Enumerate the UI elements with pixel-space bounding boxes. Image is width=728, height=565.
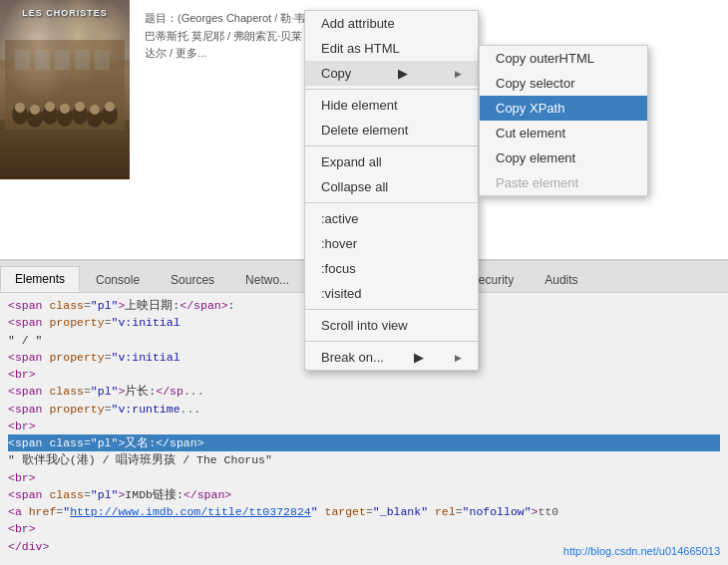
- menu-item-hide-element[interactable]: Hide element: [305, 93, 478, 118]
- menu-item-hover[interactable]: :hover: [305, 231, 478, 256]
- submenu: Copy outerHTML Copy selector Copy XPath …: [479, 45, 648, 196]
- separator-4: [305, 309, 478, 310]
- menu-item-focus[interactable]: :focus: [305, 256, 478, 281]
- submenu-arrow-icon: ▶: [398, 66, 408, 81]
- code-line-8: <br>: [8, 418, 720, 434]
- tab-network[interactable]: Netwo...: [230, 267, 304, 292]
- svg-point-21: [105, 102, 115, 112]
- submenu-item-cut-element[interactable]: Cut element: [480, 121, 647, 145]
- watermark: http://blog.csdn.net/u014665013: [563, 545, 720, 557]
- code-line-13: <a href="http://www.imdb.com/title/tt037…: [8, 503, 720, 520]
- context-menu: Add attribute Edit as HTML Copy ▶ Hide e…: [304, 10, 479, 371]
- svg-point-15: [15, 103, 25, 113]
- tab-console[interactable]: Console: [81, 267, 155, 292]
- svg-point-17: [45, 102, 55, 112]
- svg-rect-6: [75, 50, 90, 70]
- menu-item-scroll-into-view[interactable]: Scroll into view: [305, 313, 478, 338]
- menu-item-expand-all[interactable]: Expand all: [305, 149, 478, 174]
- menu-item-active[interactable]: :active: [305, 206, 478, 231]
- separator-1: [305, 89, 478, 90]
- menu-item-copy[interactable]: Copy ▶: [305, 61, 478, 86]
- tab-sources[interactable]: Sources: [156, 267, 229, 292]
- svg-rect-4: [35, 50, 50, 70]
- menu-item-collapse-all[interactable]: Collapse all: [305, 174, 478, 199]
- svg-point-18: [60, 104, 70, 114]
- code-line-14: <br>: [8, 520, 720, 537]
- tab-elements[interactable]: Elements: [0, 266, 80, 292]
- svg-point-20: [90, 105, 100, 115]
- menu-item-visited[interactable]: :visited: [305, 281, 478, 306]
- svg-rect-7: [95, 50, 110, 70]
- submenu-item-paste-element[interactable]: Paste element: [480, 170, 647, 195]
- separator-5: [305, 341, 478, 342]
- code-line-9-selected: <span class="pl">又名:</span>: [8, 434, 720, 451]
- submenu-item-copy-selector[interactable]: Copy selector: [480, 71, 647, 96]
- menu-item-delete-element[interactable]: Delete element: [305, 118, 478, 142]
- code-line-12: <span class="pl">IMDb链接:</span>: [8, 486, 720, 503]
- menu-item-edit-as-html[interactable]: Edit as HTML: [305, 36, 478, 61]
- svg-point-19: [75, 102, 85, 112]
- submenu-item-copy-xpath[interactable]: Copy XPath: [480, 96, 647, 121]
- svg-rect-3: [15, 50, 30, 70]
- tab-audits[interactable]: Audits: [530, 267, 592, 292]
- menu-item-break-on[interactable]: Break on... ▶: [305, 345, 478, 370]
- code-line-7: <span property="v:runtime...: [8, 401, 720, 418]
- svg-point-16: [30, 105, 40, 115]
- submenu-item-copy-element[interactable]: Copy element: [480, 145, 647, 170]
- svg-rect-5: [55, 50, 70, 70]
- code-line-10: " 歌伴我心(港) / 唱诗班男孩 / The Chorus": [8, 451, 720, 468]
- code-line-11: <br>: [8, 469, 720, 486]
- separator-2: [305, 145, 478, 146]
- code-line-6: <span class="pl">片长:</sp...: [8, 383, 720, 400]
- separator-3: [305, 202, 478, 203]
- movie-poster: LES CHORISTES: [0, 0, 130, 179]
- submenu-item-copy-outerhtml[interactable]: Copy outerHTML: [480, 46, 647, 71]
- menu-item-add-attribute[interactable]: Add attribute: [305, 11, 478, 36]
- submenu-arrow-icon-2: ▶: [414, 350, 424, 365]
